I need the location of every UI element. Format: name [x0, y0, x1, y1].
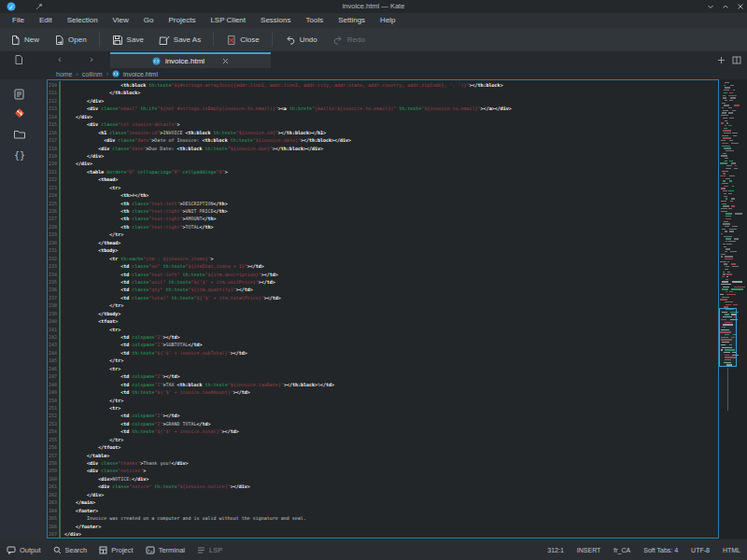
- code-line-225[interactable]: 225 <th class="text-left">DESCRIPTION</t…: [48, 200, 718, 207]
- code-line-239[interactable]: 239 </tbody>: [48, 310, 718, 317]
- menu-selection[interactable]: Selection: [60, 13, 106, 28]
- code-line-258[interactable]: 258 <div class="thanks">Thank you!</div>: [48, 459, 718, 467]
- menu-settings[interactable]: Settings: [331, 13, 373, 28]
- input-mode[interactable]: INSERT: [577, 547, 601, 553]
- project-panel-button[interactable]: Project: [99, 546, 133, 554]
- breadcrumb-user[interactable]: collinm: [82, 71, 103, 77]
- code-line-238[interactable]: 238 </tr>: [48, 301, 718, 309]
- menu-edit[interactable]: Edit: [32, 13, 60, 28]
- code-line-249[interactable]: 249 <td th:text="${'$' + invoice.taxAmou…: [48, 388, 718, 396]
- code-line-233[interactable]: 233 <td class="no" th:text="${itmStat.in…: [48, 262, 718, 270]
- new-button[interactable]: New: [4, 32, 46, 49]
- code-line-253[interactable]: 253 <td colspan="2">GRAND TOTAL</td>: [48, 420, 718, 427]
- undo-button[interactable]: Undo: [278, 32, 324, 49]
- code-line-230[interactable]: 230 </thead>: [48, 239, 718, 246]
- code-line-267[interactable]: 267</div>: [48, 530, 718, 538]
- code-line-221[interactable]: 221 <table border="0" cellspacing="0" ce…: [48, 168, 718, 175]
- terminal-panel-button[interactable]: Terminal: [146, 546, 185, 554]
- code-line-211[interactable]: 211 </th:block>: [48, 89, 718, 96]
- dictionary[interactable]: fr_CA: [613, 547, 630, 553]
- close-file-button[interactable]: Close: [219, 32, 265, 49]
- code-line-215[interactable]: 215 <div class="col invoice-details">: [48, 120, 718, 128]
- code-line-257[interactable]: 257 </table>: [48, 452, 718, 459]
- save-as-button[interactable]: Save As: [152, 32, 207, 49]
- menu-tools[interactable]: Tools: [299, 13, 331, 28]
- code-line-224[interactable]: 224 <th>#</th>: [48, 191, 718, 199]
- tab-invoice-html[interactable]: invoice.html: [110, 52, 271, 68]
- code-line-232[interactable]: 232 <tr th:each="itm : ${invoice.items}"…: [48, 255, 718, 262]
- code-line-212[interactable]: 212 </div>: [48, 97, 718, 105]
- code-line-250[interactable]: 250 </tr>: [48, 397, 718, 404]
- code-line-242[interactable]: 242 <td colspan="2"></td>: [48, 333, 718, 341]
- code-line-262[interactable]: 262 </div>: [48, 491, 718, 498]
- code-line-244[interactable]: 244 <td th:text="${'$' + invoice.subTota…: [48, 349, 718, 357]
- menu-file[interactable]: File: [5, 13, 32, 28]
- code-line-241[interactable]: 241 <tr>: [48, 326, 718, 333]
- menu-view[interactable]: View: [106, 13, 136, 28]
- code-line-261[interactable]: 261 <div class="notice" th:text="${invoi…: [48, 483, 718, 490]
- code-line-216[interactable]: 216 <h1 class="invoice-id">INVOICE <th:b…: [48, 129, 718, 136]
- code-line-252[interactable]: 252 <td colspan="2"></td>: [48, 412, 718, 419]
- code-line-266[interactable]: 266 </footer>: [48, 523, 718, 530]
- code-line-231[interactable]: 231 <tbody>: [48, 246, 718, 254]
- menu-go[interactable]: Go: [136, 13, 162, 28]
- menu-lsp-client[interactable]: LSP Client: [203, 13, 253, 28]
- tab-close-icon[interactable]: [222, 58, 229, 64]
- code-line-254[interactable]: 254 <td th:text="${'$' + invoice.total}"…: [48, 427, 718, 435]
- menu-sessions[interactable]: Sessions: [253, 13, 298, 28]
- save-button[interactable]: Save: [106, 32, 150, 49]
- code-line-219[interactable]: 219 </div>: [48, 152, 718, 160]
- menu-help[interactable]: Help: [373, 13, 402, 28]
- code-line-222[interactable]: 222 <thead>: [48, 175, 718, 183]
- code-line-245[interactable]: 245 </tr>: [48, 357, 718, 364]
- code-line-210[interactable]: 210 <th:block th:text="${#strings.arrayJ…: [48, 81, 718, 89]
- symbols-tool-button[interactable]: {}: [12, 147, 27, 162]
- code-line-217[interactable]: 217 <div class="date">Date of Invoice: <…: [48, 136, 718, 144]
- code-line-260[interactable]: 260 <div>NOTICE:</div>: [48, 475, 718, 483]
- new-tab-icon[interactable]: [717, 56, 726, 64]
- code-line-223[interactable]: 223 <tr>: [48, 184, 718, 191]
- code-line-256[interactable]: 256 </tfoot>: [48, 443, 718, 451]
- code-line-229[interactable]: 229 </tr>: [48, 231, 718, 238]
- syntax-mode[interactable]: HTML: [723, 547, 740, 553]
- code-line-234[interactable]: 234 <td class="text-left" th:text="${itm…: [48, 271, 718, 278]
- code-line-247[interactable]: 247 <td colspan="2"></td>: [48, 372, 718, 380]
- output-panel-button[interactable]: Output: [7, 546, 41, 554]
- maximize-button[interactable]: [720, 2, 730, 12]
- editor-view[interactable]: 210 <th:block th:text="${#strings.arrayJ…: [47, 79, 719, 539]
- open-button[interactable]: Open: [48, 32, 93, 49]
- close-button[interactable]: [735, 2, 745, 12]
- code-line-227[interactable]: 227 <th class="text-right">AMOUNT</th>: [48, 215, 718, 222]
- minimize-button[interactable]: [705, 2, 715, 12]
- history-forward-button[interactable]: ›: [84, 52, 99, 68]
- code-line-243[interactable]: 243 <td colspan="2">SUBTOTAL</td>: [48, 341, 718, 348]
- code-line-264[interactable]: 264 <footer>: [48, 507, 718, 514]
- code-line-236[interactable]: 236 <td class="qty" th:text="${itm.quant…: [48, 286, 718, 293]
- documents-list-icon[interactable]: [14, 54, 23, 65]
- code-line-246[interactable]: 246 <tr>: [48, 365, 718, 372]
- documents-tool-button[interactable]: [12, 87, 27, 102]
- code-line-213[interactable]: 213 <div class="email" th:if="${not #str…: [48, 105, 718, 112]
- breadcrumb-file[interactable]: invoice.html: [123, 71, 158, 77]
- filesystem-tool-button[interactable]: [12, 127, 27, 142]
- tab-width[interactable]: Soft Tabs: 4: [643, 547, 678, 553]
- code-line-218[interactable]: 218 <div class="date">Due Date: <th:bloc…: [48, 145, 718, 152]
- minimap-viewport[interactable]: [719, 308, 737, 367]
- redo-button[interactable]: Redo: [326, 32, 372, 49]
- code-line-263[interactable]: 263 </main>: [48, 498, 718, 506]
- code-line-248[interactable]: 248 <td colspan="2">TAX <th:block th:tex…: [48, 381, 718, 388]
- code-line-259[interactable]: 259 <div class="notices">: [48, 467, 718, 474]
- code-line-214[interactable]: 214 </div>: [48, 113, 718, 120]
- minimap-scrollbar[interactable]: [719, 79, 747, 539]
- code-line-255[interactable]: 255 </tr>: [48, 436, 718, 443]
- code-line-220[interactable]: 220 </div>: [48, 160, 718, 167]
- breadcrumb-home[interactable]: home: [56, 71, 73, 77]
- menu-projects[interactable]: Projects: [161, 13, 203, 28]
- search-panel-button[interactable]: Search: [53, 546, 88, 554]
- code-line-240[interactable]: 240 <tfoot>: [48, 317, 718, 325]
- code-line-228[interactable]: 228 <th class="text-right">TOTAL</th>: [48, 223, 718, 231]
- code-line-251[interactable]: 251 <tr>: [48, 404, 718, 412]
- lsp-panel-button[interactable]: LSP: [197, 546, 222, 554]
- split-view-icon[interactable]: [732, 56, 741, 64]
- code-line-265[interactable]: 265 Invoice was created on a computer an…: [48, 514, 718, 522]
